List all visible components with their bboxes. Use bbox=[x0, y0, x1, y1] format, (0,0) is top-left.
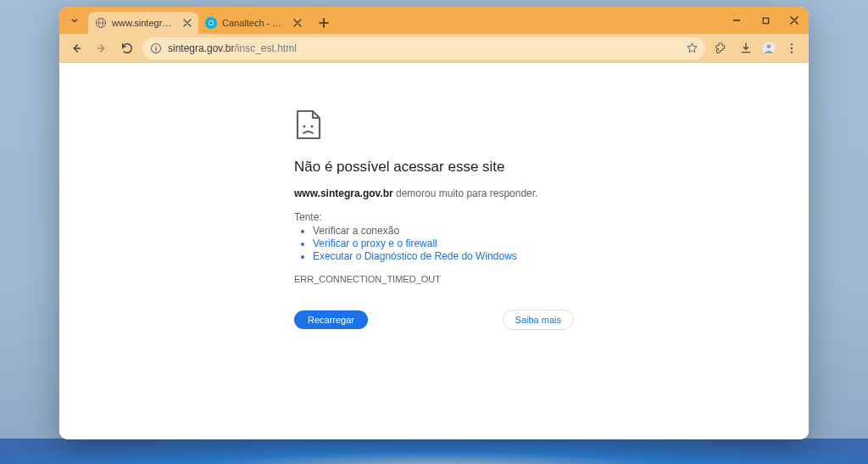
site-info-icon[interactable] bbox=[149, 42, 163, 55]
tab-title: www.sintegra.gov.br bbox=[112, 18, 176, 28]
suggestion-link[interactable]: Executar o Diagnóstico de Rede do Window… bbox=[313, 250, 574, 262]
tabs-dropdown-button[interactable] bbox=[64, 10, 85, 31]
error-title: Não é possível acessar esse site bbox=[294, 159, 574, 176]
svg-point-16 bbox=[310, 125, 313, 127]
extensions-icon[interactable] bbox=[710, 38, 731, 59]
window-close-button[interactable] bbox=[780, 7, 809, 34]
svg-point-11 bbox=[767, 44, 771, 48]
menu-icon[interactable] bbox=[782, 38, 802, 59]
svg-point-15 bbox=[303, 125, 305, 127]
window-controls bbox=[722, 7, 809, 34]
browser-window: www.sintegra.gov.br Canaltech - Notícias… bbox=[59, 7, 809, 439]
site-favicon bbox=[205, 17, 217, 29]
tab-strip: www.sintegra.gov.br Canaltech - Notícias… bbox=[59, 7, 809, 34]
reload-button[interactable] bbox=[117, 38, 137, 59]
error-code: ERR_CONNECTION_TIMED_OUT bbox=[294, 274, 574, 284]
sad-page-icon bbox=[294, 109, 574, 140]
svg-point-12 bbox=[791, 43, 793, 45]
suggestion-list: Verificar a conexão Verificar o proxy e … bbox=[294, 225, 574, 262]
suggestion-item: Verificar a conexão bbox=[313, 225, 574, 237]
url-text: sintegra.gov.br/insc_est.html bbox=[168, 42, 681, 54]
address-bar[interactable]: sintegra.gov.br/insc_est.html bbox=[142, 37, 705, 59]
page-content: Não é possível acessar esse site www.sin… bbox=[59, 63, 809, 439]
downloads-icon[interactable] bbox=[736, 38, 756, 59]
reload-page-button[interactable]: Recarregar bbox=[294, 310, 368, 329]
close-tab-icon[interactable] bbox=[181, 17, 193, 29]
toolbar: sintegra.gov.br/insc_est.html bbox=[59, 34, 809, 63]
learn-more-button[interactable]: Saiba mais bbox=[503, 310, 574, 330]
tab-canaltech[interactable]: Canaltech - Notícias de Tecnol bbox=[198, 12, 309, 34]
svg-rect-4 bbox=[763, 18, 768, 23]
window-minimize-button[interactable] bbox=[722, 7, 751, 34]
globe-icon bbox=[95, 17, 107, 29]
tab-title: Canaltech - Notícias de Tecnol bbox=[222, 18, 287, 28]
try-label: Tente: bbox=[294, 211, 574, 223]
svg-point-14 bbox=[791, 51, 793, 53]
bookmark-star-icon[interactable] bbox=[686, 42, 698, 54]
close-tab-icon[interactable] bbox=[292, 17, 303, 29]
new-tab-button[interactable] bbox=[314, 13, 334, 33]
suggestion-link[interactable]: Verificar o proxy e o firewall bbox=[313, 238, 574, 249]
back-button[interactable] bbox=[66, 38, 86, 59]
svg-point-13 bbox=[791, 47, 793, 48]
window-maximize-button[interactable] bbox=[751, 7, 780, 34]
forward-button[interactable] bbox=[92, 38, 112, 59]
tab-sintegra[interactable]: www.sintegra.gov.br bbox=[88, 12, 198, 34]
profile-avatar[interactable] bbox=[761, 41, 776, 56]
error-page: Não é possível acessar esse site www.sin… bbox=[294, 109, 574, 439]
desktop-background-art bbox=[0, 439, 868, 464]
svg-point-9 bbox=[155, 45, 156, 46]
error-description: www.sintegra.gov.br demorou muito para r… bbox=[294, 187, 574, 199]
